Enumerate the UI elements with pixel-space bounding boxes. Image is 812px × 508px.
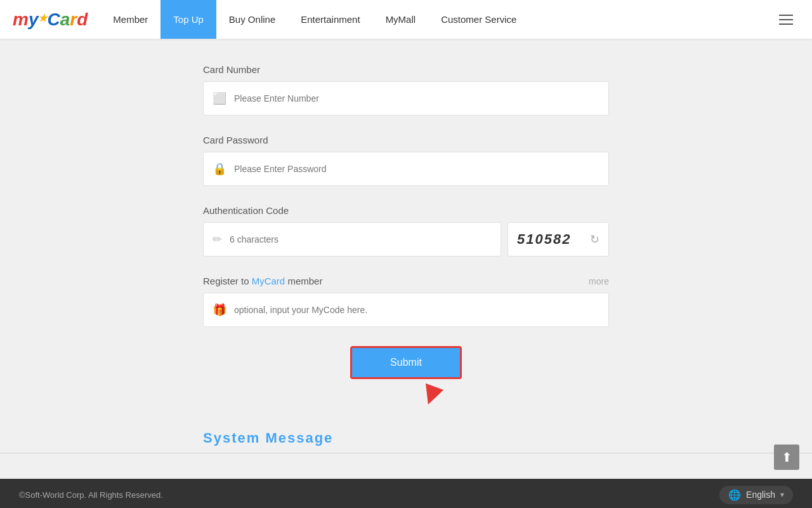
submit-button[interactable]: Submit [350, 346, 462, 379]
card-password-label: Card Password [203, 135, 609, 145]
scroll-top-button[interactable]: ⬆ [774, 444, 799, 470]
lock-icon: 🔒 [213, 162, 226, 176]
nav-item-entertainment[interactable]: Entertainment [288, 0, 372, 39]
refresh-icon[interactable]: ↻ [590, 232, 599, 246]
more-link[interactable]: more [589, 276, 609, 286]
gift-icon: 🎁 [213, 303, 226, 317]
system-message-section: System Message [0, 417, 812, 453]
card-password-input[interactable] [234, 164, 599, 174]
auth-code-input-wrapper: ✏ [203, 222, 501, 257]
card-number-label: Card Number [203, 64, 609, 75]
logo[interactable]: my★Card [13, 11, 88, 29]
svg-marker-0 [419, 384, 443, 408]
language-selector[interactable]: 🌐 English ▾ [719, 486, 793, 504]
main-content: Card Number ⬜ Card Password 🔒 Authentica… [0, 39, 812, 479]
card-number-input-wrapper: ⬜ [203, 81, 609, 116]
navbar: my★Card Member Top Up Buy Online Enterta… [0, 0, 812, 39]
card-number-group: Card Number ⬜ [203, 64, 609, 116]
register-label: Register to MyCard member [203, 276, 322, 286]
captcha-value: 510582 [517, 231, 584, 248]
card-password-input-wrapper: 🔒 [203, 152, 609, 186]
globe-icon: 🌐 [728, 489, 741, 501]
language-label: English [746, 490, 775, 500]
captcha-box: 510582 ↻ [508, 222, 609, 257]
system-message-title: System Message [0, 430, 812, 453]
register-suffix: member [285, 276, 322, 286]
system-message-divider [0, 453, 812, 453]
auth-code-group: Authentication Code ✏ 510582 ↻ [203, 205, 609, 257]
form-container: Card Number ⬜ Card Password 🔒 Authentica… [203, 64, 609, 379]
chevron-down-icon: ▾ [780, 490, 784, 499]
nav-items: Member Top Up Buy Online Entertainment M… [100, 0, 773, 39]
nav-item-top-up[interactable]: Top Up [160, 0, 216, 39]
auth-code-input[interactable] [230, 234, 492, 244]
nav-item-member[interactable]: Member [100, 0, 160, 39]
arrow-indicator [419, 383, 444, 411]
register-plain: Register to [203, 276, 252, 286]
submit-wrapper: Submit [203, 346, 609, 379]
register-link[interactable]: MyCard [252, 276, 285, 286]
nav-item-buy-online[interactable]: Buy Online [216, 0, 288, 39]
card-icon: ⬜ [213, 91, 226, 105]
nav-item-mymall[interactable]: MyMall [373, 0, 429, 39]
auth-code-label: Authentication Code [203, 205, 609, 216]
mycode-input[interactable] [234, 305, 599, 315]
pencil-icon: ✏ [213, 232, 222, 246]
card-number-input[interactable] [234, 93, 599, 104]
footer-copyright: ©Soft-World Corp. All Rights Reserved. [19, 490, 163, 500]
auth-code-row: ✏ 510582 ↻ [203, 222, 609, 257]
footer: ©Soft-World Corp. All Rights Reserved. 🌐… [0, 479, 812, 508]
logo-text: my★Card [13, 11, 88, 29]
nav-item-customer-service[interactable]: Customer Service [428, 0, 529, 39]
hamburger-menu[interactable] [773, 8, 799, 31]
register-group: Register to MyCard member more 🎁 [203, 276, 609, 327]
mycode-input-wrapper: 🎁 [203, 293, 609, 327]
card-password-group: Card Password 🔒 [203, 135, 609, 186]
register-row: Register to MyCard member more [203, 276, 609, 286]
